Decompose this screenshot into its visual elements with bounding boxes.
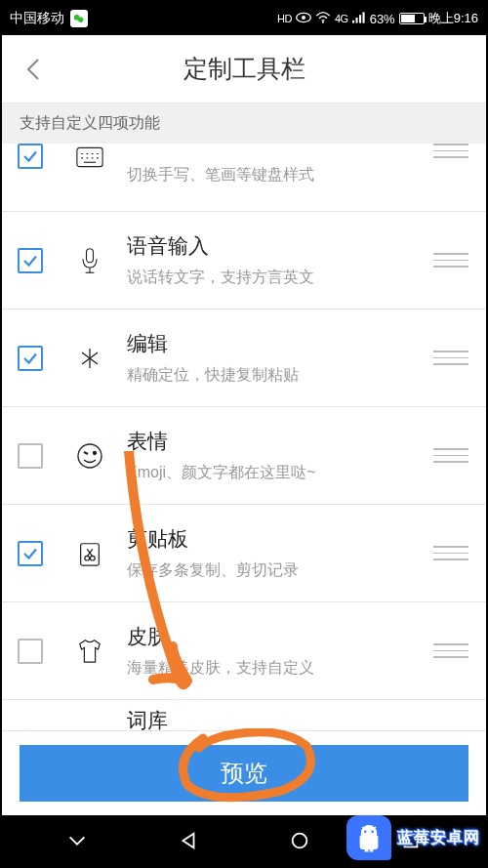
preview-label: 预览 bbox=[221, 758, 267, 789]
wechat-icon bbox=[70, 10, 88, 27]
nav-menu-button[interactable] bbox=[58, 830, 97, 851]
item-title: 皮肤 bbox=[127, 623, 431, 650]
signal-icon bbox=[352, 12, 366, 26]
watermark: 蓝莓安卓网 bbox=[346, 815, 480, 860]
status-bar: 中国移动 HD 4G 63% 晚上9:16 bbox=[2, 2, 486, 35]
app-header: 定制工具栏 bbox=[2, 35, 486, 103]
checkbox[interactable] bbox=[18, 443, 43, 469]
nav-back-button[interactable] bbox=[169, 830, 208, 851]
svg-point-33 bbox=[364, 831, 367, 834]
circle-home-icon bbox=[289, 830, 310, 851]
svg-rect-19 bbox=[87, 248, 94, 262]
item-desc: 海量精美皮肤，支持自定义 bbox=[127, 658, 431, 679]
drag-handle[interactable] bbox=[431, 351, 470, 365]
svg-rect-5 bbox=[352, 20, 354, 22]
svg-rect-9 bbox=[77, 147, 102, 166]
list-item: 剪贴板 保存多条复制、剪切记录 bbox=[2, 505, 486, 602]
item-desc: 保存多条复制、剪切记录 bbox=[127, 560, 431, 581]
svg-rect-26 bbox=[81, 543, 100, 564]
carrier-label: 中国移动 bbox=[10, 10, 64, 27]
clipboard-scissors-icon bbox=[70, 540, 109, 567]
item-desc: 精确定位，快捷复制粘贴 bbox=[127, 365, 431, 386]
triangle-back-icon bbox=[178, 830, 199, 851]
chevron-left-icon bbox=[24, 56, 44, 83]
eye-icon bbox=[296, 12, 311, 26]
svg-point-1 bbox=[78, 18, 83, 22]
list-item: 语音输入 说话转文字，支持方言英文 bbox=[2, 212, 486, 310]
svg-point-23 bbox=[78, 444, 102, 468]
svg-point-31 bbox=[293, 834, 307, 848]
preview-button[interactable]: 预览 bbox=[20, 745, 468, 802]
network-4g-label: 4G bbox=[335, 13, 348, 24]
svg-rect-7 bbox=[359, 15, 361, 22]
svg-point-34 bbox=[372, 831, 375, 834]
item-title: 编辑 bbox=[127, 330, 431, 357]
list-item: 编辑 精确定位，快捷复制粘贴 bbox=[2, 310, 486, 407]
list-item: 切换手写、笔画等键盘样式 bbox=[2, 144, 486, 212]
svg-rect-8 bbox=[362, 12, 364, 22]
status-time: 晚上9:16 bbox=[428, 10, 478, 27]
checkbox[interactable] bbox=[18, 144, 43, 169]
checkbox[interactable] bbox=[18, 639, 43, 664]
cursor-icon bbox=[70, 345, 109, 372]
checkbox[interactable] bbox=[18, 541, 43, 566]
item-desc: Emoji、颜文字都在这里哒~ bbox=[127, 463, 431, 483]
keyboard-icon bbox=[70, 144, 109, 171]
battery-pct: 63% bbox=[370, 12, 395, 26]
toolbar-item-list: 切换手写、笔画等键盘样式 语音输入 说话转文字，支持方言英文 bbox=[2, 144, 486, 749]
svg-point-4 bbox=[322, 21, 324, 22]
chevron-down-icon bbox=[66, 830, 88, 851]
item-title: 表情 bbox=[127, 428, 431, 455]
microphone-icon bbox=[70, 247, 109, 274]
svg-point-28 bbox=[90, 556, 95, 560]
item-desc: 切换手写、笔画等键盘样式 bbox=[127, 165, 431, 186]
preview-bar: 预览 bbox=[2, 730, 486, 815]
drag-handle[interactable] bbox=[431, 144, 470, 158]
android-badge-icon bbox=[346, 815, 391, 860]
item-desc: 说话转文字，支持方言英文 bbox=[127, 268, 431, 288]
drag-handle[interactable] bbox=[431, 546, 470, 560]
item-title: 剪贴板 bbox=[127, 525, 431, 553]
page-title: 定制工具栏 bbox=[183, 53, 305, 85]
drag-handle[interactable] bbox=[431, 448, 470, 463]
wifi-icon bbox=[315, 12, 331, 26]
tshirt-icon bbox=[70, 638, 109, 665]
battery-icon bbox=[399, 13, 425, 24]
emoji-icon bbox=[70, 442, 109, 470]
item-title: 语音输入 bbox=[127, 232, 431, 260]
subtitle: 支持自定义四项功能 bbox=[2, 103, 486, 144]
hd-icon: HD bbox=[277, 13, 292, 24]
list-item: 表情 Emoji、颜文字都在这里哒~ bbox=[2, 407, 486, 505]
svg-rect-6 bbox=[355, 18, 357, 23]
checkbox[interactable] bbox=[18, 248, 43, 273]
checkbox[interactable] bbox=[18, 346, 43, 371]
nav-home-button[interactable] bbox=[280, 830, 319, 851]
list-item: 皮肤 海量精美皮肤，支持自定义 bbox=[2, 602, 486, 700]
back-button[interactable] bbox=[10, 35, 59, 103]
drag-handle[interactable] bbox=[431, 253, 470, 268]
watermark-text: 蓝莓安卓网 bbox=[397, 828, 480, 848]
svg-point-27 bbox=[85, 556, 90, 560]
svg-point-3 bbox=[302, 16, 305, 20]
drag-handle[interactable] bbox=[431, 643, 470, 658]
svg-line-24 bbox=[84, 452, 88, 454]
svg-point-25 bbox=[94, 451, 97, 454]
